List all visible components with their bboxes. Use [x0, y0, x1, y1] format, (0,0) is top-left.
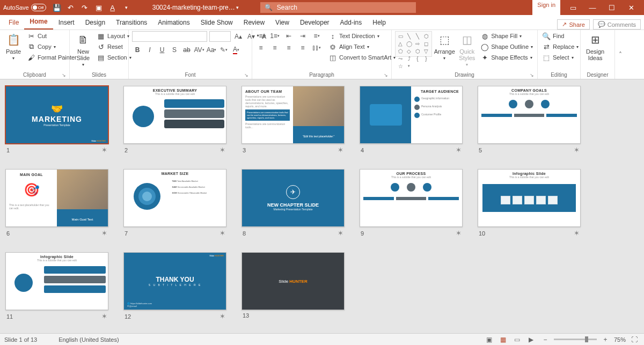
bullets-button[interactable]: •≡▾ [255, 31, 266, 41]
tab-design[interactable]: Design [80, 16, 111, 30]
slide-thumbnail[interactable]: MAIN GOAL🎯This is a text placeholder tha… [5, 169, 108, 237]
tab-insert[interactable]: Insert [53, 16, 80, 30]
font-color-qat-icon[interactable]: A [108, 3, 117, 12]
slide-thumbnail[interactable]: Slide HUNTERTHANK YOUS U B T I T L E H E… [123, 252, 226, 320]
sign-in-button[interactable]: Sign in [532, 0, 560, 15]
convert-smartart-button[interactable]: ◫Convert to SmartArt▾ [327, 53, 397, 62]
slide-thumbnail[interactable]: Slide HUNTER13 [241, 252, 345, 320]
zoom-in-button[interactable]: + [600, 335, 611, 344]
fit-to-window-button[interactable]: ⛶ [629, 335, 640, 344]
slide-thumbnail[interactable]: TARGET AUDIENCEGeographic informationPer… [360, 86, 463, 154]
document-title[interactable]: 30024-marketing-team-pre… [152, 4, 235, 11]
increase-font-icon[interactable]: A▴ [233, 32, 244, 41]
slide-counter[interactable]: Slide 1 of 13 [4, 336, 37, 343]
design-ideas-button[interactable]: ⊞ Design Ideas [584, 31, 606, 62]
paste-button[interactable]: 📋 Paste ▾ [3, 31, 24, 62]
autosave-toggle[interactable]: AutoSave Off [3, 4, 46, 11]
zoom-out-button[interactable]: − [540, 335, 551, 344]
normal-view-button[interactable]: ▣ [484, 335, 495, 344]
char-spacing-button[interactable]: AV▾ [194, 45, 204, 55]
ribbon-display-icon[interactable]: ▭ [564, 0, 583, 15]
columns-button[interactable]: ⫿⫿▾ [311, 43, 322, 53]
slide-thumbnail[interactable]: MARKET SIZETAM Total Available MarketSAM… [123, 169, 226, 237]
slide-thumbnail[interactable]: ✈NEW CHAPTER SLIDEMarketing Presentation… [241, 169, 345, 237]
tab-review[interactable]: Review [238, 16, 270, 30]
align-center-button[interactable]: ≡ [269, 43, 280, 53]
minimize-icon[interactable]: — [583, 0, 602, 15]
drawing-launcher-icon[interactable]: ↘ [530, 72, 534, 78]
zoom-slider[interactable] [554, 339, 597, 340]
tab-developer[interactable]: Developer [295, 16, 335, 30]
tab-file[interactable]: File [3, 16, 24, 30]
strikethrough-button[interactable]: ab [181, 45, 192, 55]
align-right-button[interactable]: ≡ [283, 43, 294, 53]
decrease-indent-button[interactable]: ⇤ [283, 31, 294, 41]
comments-button[interactable]: 💬Comments [593, 19, 641, 30]
find-icon: 🔍 [542, 32, 551, 40]
line-spacing-button[interactable]: ≡▾ [311, 31, 322, 41]
redo-icon[interactable]: ↷ [80, 3, 89, 12]
align-left-button[interactable]: ≡ [255, 43, 266, 53]
font-color-button[interactable]: A▾ [231, 45, 241, 55]
clipboard-launcher-icon[interactable]: ↘ [62, 72, 66, 78]
shape-effects-button[interactable]: ✦Shape Effects▾ [479, 53, 534, 62]
maximize-icon[interactable]: ☐ [602, 0, 621, 15]
font-family-combo[interactable] [132, 31, 207, 42]
tab-slide-show[interactable]: Slide Show [195, 16, 238, 30]
select-button[interactable]: ⬚Select▾ [541, 53, 580, 62]
section-button[interactable]: ▤Section▾ [96, 53, 133, 62]
share-button[interactable]: ↗Share [557, 19, 589, 30]
font-size-combo[interactable] [209, 31, 231, 42]
bold-button[interactable]: B [132, 45, 143, 55]
highlight-button[interactable]: ✎▾ [218, 45, 229, 55]
shadow-button[interactable]: S [169, 45, 180, 55]
reading-view-button[interactable]: ▭ [512, 335, 523, 344]
quick-styles-button[interactable]: ◫ Quick Styles▾ [457, 31, 477, 68]
align-text-button[interactable]: ⯐Align Text▾ [327, 42, 397, 52]
slide-thumbnail[interactable]: ABOUT OUR TEAMPresentations are communic… [241, 86, 345, 154]
slideshow-view-button[interactable]: ▶ [526, 335, 537, 344]
tab-animations[interactable]: Animations [152, 16, 195, 30]
slide-thumbnail[interactable]: COMPANY GOALSThis is a subtitle that you… [478, 86, 581, 154]
replace-button[interactable]: ⇄Replace▾ [541, 42, 580, 52]
slide-thumbnail[interactable]: 🤝MARKETINGPresentation TemplateSlide HUN… [5, 86, 108, 154]
shape-outline-button[interactable]: ◯Shape Outline▾ [479, 42, 534, 52]
font-launcher-icon[interactable]: ↘ [244, 72, 248, 78]
increase-indent-button[interactable]: ⇥ [297, 31, 308, 41]
qat-customize-icon[interactable]: ▾ [122, 3, 131, 12]
change-case-button[interactable]: Aa▾ [206, 45, 217, 55]
language-status[interactable]: English (United States) [58, 336, 119, 343]
find-button[interactable]: 🔍Find [541, 31, 580, 41]
tab-add-ins[interactable]: Add-ins [335, 16, 368, 30]
zoom-level[interactable]: 75% [614, 336, 626, 343]
text-direction-button[interactable]: ↕Text Direction▾ [327, 31, 397, 41]
new-slide-button[interactable]: 🗎 New Slide ▾ [73, 31, 93, 68]
present-icon[interactable]: ▣ [94, 3, 103, 12]
paragraph-launcher-icon[interactable]: ↘ [384, 72, 388, 78]
italic-button[interactable]: I [144, 45, 155, 55]
tab-help[interactable]: Help [367, 16, 391, 30]
search-box[interactable]: 🔍 Search [260, 2, 416, 13]
layout-button[interactable]: ▦Layout▾ [96, 31, 133, 41]
doc-title-dropdown-icon[interactable]: ▾ [236, 5, 239, 10]
undo-icon[interactable]: ↶ [67, 3, 75, 12]
close-icon[interactable]: ✕ [621, 0, 641, 15]
reset-button[interactable]: ↺Reset [96, 42, 133, 52]
save-icon[interactable]: 💾 [53, 3, 61, 12]
underline-button[interactable]: U [157, 45, 167, 55]
shapes-gallery[interactable]: ▭╲╲⬡△◯ ⇨◻⬠◇⬡▽ ⤳⤴{}☆▾ [395, 31, 432, 57]
tab-transitions[interactable]: Transitions [111, 16, 152, 30]
slide-sorter-view[interactable]: 🤝MARKETINGPresentation TemplateSlide HUN… [0, 79, 644, 333]
arrange-button[interactable]: ⬚ Arrange▾ [434, 31, 455, 62]
slide-thumbnail[interactable]: OUR PROCESSThis is a subtitle that you c… [360, 169, 463, 237]
numbering-button[interactable]: 1≡▾ [269, 31, 280, 41]
slide-thumbnail[interactable]: Infographic SlideThis is a subtitle that… [5, 252, 108, 320]
tab-view[interactable]: View [270, 16, 295, 30]
shape-fill-button[interactable]: ◍Shape Fill▾ [479, 31, 534, 41]
slide-thumbnail[interactable]: EXECUTIVE SUMMARYThis is a subtitle that… [123, 86, 226, 154]
slide-thumbnail[interactable]: Infographic SlideThis is a subtitle that… [478, 169, 581, 237]
slide-sorter-view-button[interactable]: ▦ [498, 335, 509, 344]
collapse-ribbon-button[interactable]: ˄ [615, 30, 626, 79]
tab-home[interactable]: Home [24, 14, 53, 30]
justify-button[interactable]: ≡ [297, 43, 308, 53]
